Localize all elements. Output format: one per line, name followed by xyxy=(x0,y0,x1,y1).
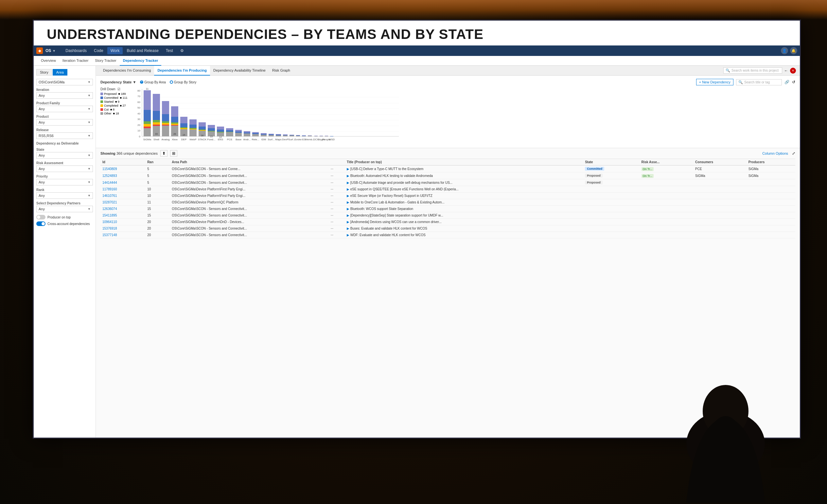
cell-id: 11789160 xyxy=(100,186,145,193)
filter-tab-story[interactable]: Story xyxy=(36,69,52,75)
svg-text:80: 80 xyxy=(138,89,141,92)
search-icon: 🔍 xyxy=(726,68,730,72)
filter-tab-area[interactable]: Area xyxy=(53,69,67,75)
dep-tab-consuming[interactable]: Dependencies I'm Consuming xyxy=(100,66,154,75)
cell-area-path: OS\Core\SiGMa\Device Platform\First Part… xyxy=(170,186,329,193)
cross-account-toggle[interactable] xyxy=(36,221,45,226)
svg-text:Rele...: Rele... xyxy=(252,138,259,141)
user-icon[interactable]: 👤 xyxy=(781,47,788,54)
cell-dots: ··· xyxy=(329,219,345,225)
nav-work[interactable]: Work xyxy=(107,47,123,54)
cell-risk xyxy=(640,179,693,186)
project-dropdown-arrow[interactable]: ▼ xyxy=(52,49,56,53)
svg-rect-118 xyxy=(296,135,300,136)
product-select[interactable]: Any ▼ xyxy=(36,119,93,125)
cell-producers xyxy=(746,225,795,232)
svg-rect-91 xyxy=(244,133,250,134)
svg-rect-130 xyxy=(314,136,318,136)
nav-icon-2[interactable]: × xyxy=(790,68,796,73)
top-nav-right: 👤 🔔 xyxy=(781,47,797,54)
link-icon[interactable]: 🔗 xyxy=(784,80,789,84)
svg-text:0: 0 xyxy=(139,135,141,138)
nav-icon-1[interactable]: ← xyxy=(784,68,788,73)
cell-area-path: OS\Core\SiGMa\SCON - Sensors and Connect… xyxy=(170,172,329,179)
cell-producers: SiGMa xyxy=(746,172,795,179)
group-by-story[interactable]: Group By Story xyxy=(170,81,196,84)
dep-tabs: Dependencies I'm Consuming Dependencies … xyxy=(96,66,800,75)
nav-code[interactable]: Code xyxy=(91,47,107,54)
iteration-select[interactable]: Any ▼ xyxy=(36,92,93,99)
group-by-area[interactable]: Group By Area xyxy=(140,81,166,84)
nav-build[interactable]: Build and Release xyxy=(123,47,161,54)
svg-rect-88 xyxy=(235,133,242,136)
svg-text:30: 30 xyxy=(138,118,141,121)
chart-header: Dependency State ▼ Group By Area xyxy=(100,79,795,85)
svg-rect-50 xyxy=(180,123,187,127)
refresh-icon[interactable]: ↺ xyxy=(792,80,795,84)
producer-toggle[interactable] xyxy=(36,215,45,219)
cell-consumers xyxy=(693,193,746,199)
cell-area-path: OS\Core\SiGMa\SCON - Sensors and Conne..… xyxy=(170,165,329,172)
dep-tab-risk[interactable]: Risk Graph xyxy=(269,66,293,75)
cell-consumers xyxy=(693,206,746,212)
svg-rect-127 xyxy=(308,136,312,136)
svg-rect-114 xyxy=(290,135,294,135)
sub-iteration[interactable]: Iteration Tracker xyxy=(59,56,92,66)
dep-tab-producing[interactable]: Dependencies I'm Producing xyxy=(154,66,210,75)
sub-story[interactable]: Story Tracker xyxy=(92,56,119,66)
sub-overview[interactable]: Overview xyxy=(38,56,59,66)
cell-id: 12636074 xyxy=(100,206,145,212)
new-dependency-button[interactable]: + New Dependency xyxy=(696,79,733,85)
work-item-search[interactable]: 🔍 Search work items in this project xyxy=(723,67,782,73)
cross-account-toggle-row: Cross-account dependencies xyxy=(36,221,93,226)
tag-search[interactable]: 🔍 Search title or tag xyxy=(736,79,782,85)
nav-settings[interactable]: ⚙ xyxy=(177,47,187,54)
svg-rect-42 xyxy=(171,117,178,122)
filter-tabs: Story Area xyxy=(36,69,93,75)
cell-id: 15376918 xyxy=(100,225,145,232)
sub-dependency[interactable]: Dependency Tracker xyxy=(120,56,161,66)
nav-dashboards[interactable]: Dashboards xyxy=(62,47,90,54)
svg-rect-57 xyxy=(189,124,197,128)
area-path-select[interactable]: OS\Core\SiGMa ▼ xyxy=(36,79,93,85)
cell-title: ▶ Mobile to OneCore Lab & Automation - G… xyxy=(345,199,583,206)
svg-rect-132 xyxy=(320,136,323,136)
app-area: ◈ OS ▼ Dashboards Code Work Build and Re… xyxy=(34,45,800,438)
rank-select[interactable]: Any ▼ xyxy=(36,192,93,199)
table-header-row: Id Ran Area Path Title (Producer on top)… xyxy=(100,159,795,165)
release-select[interactable]: RS5,RS6 ▼ xyxy=(36,133,93,139)
column-options-button[interactable]: Column Options xyxy=(762,151,788,155)
cell-producers xyxy=(746,219,795,225)
export-icon[interactable]: ⬆ xyxy=(160,150,167,157)
cell-dots: ··· xyxy=(329,165,345,172)
priority-select[interactable]: Any ▼ xyxy=(36,179,93,186)
svg-rect-98 xyxy=(261,133,266,134)
cell-dots: ··· xyxy=(329,225,345,232)
slide-title-area: UNDERSTANDING DEPENDENCIES – BY TEAMS AN… xyxy=(34,20,800,45)
risk-select[interactable]: Any ▼ xyxy=(36,165,93,172)
expand-icon[interactable]: ⤢ xyxy=(792,151,795,156)
dep-partners-select[interactable]: Any ▼ xyxy=(36,206,93,212)
svg-rect-116 xyxy=(290,136,294,136)
svg-rect-102 xyxy=(269,134,274,135)
nav-test[interactable]: Test xyxy=(162,47,176,54)
table-row: 11789160 10 OS\Core\SiGMa\Device Platfor… xyxy=(100,186,795,193)
dep-tab-right: 🔍 Search work items in this project ← × xyxy=(723,67,796,73)
svg-rect-70 xyxy=(208,128,215,131)
table-section: Showing 366 unique dependencies ⬆ ⊞ Colu… xyxy=(96,148,800,438)
svg-text:Shell: Shell xyxy=(154,138,160,141)
product-family-select[interactable]: Any ▼ xyxy=(36,106,93,112)
notification-icon[interactable]: 🔔 xyxy=(790,47,797,54)
main-content: Story Area OS\Core\SiGMa ▼ Iteration xyxy=(34,66,800,438)
dep-tab-timeline[interactable]: Dependency Availability Timeline xyxy=(210,66,269,75)
cell-area-path: OS\Core\SiGMa\Device Platform\First Part… xyxy=(170,193,329,199)
state-select[interactable]: Any ▼ xyxy=(36,152,93,159)
radio-story xyxy=(170,81,173,84)
svg-text:Maps: Maps xyxy=(276,138,282,141)
app-icon[interactable]: ◈ xyxy=(36,47,43,54)
cell-area-path: OS\Core\SiGMa\Device Platform\QC Platfor… xyxy=(170,199,329,206)
svg-rect-63 xyxy=(199,127,206,130)
svg-rect-110 xyxy=(283,135,288,135)
cell-consumers xyxy=(693,186,746,193)
grid-icon[interactable]: ⊞ xyxy=(170,150,177,157)
